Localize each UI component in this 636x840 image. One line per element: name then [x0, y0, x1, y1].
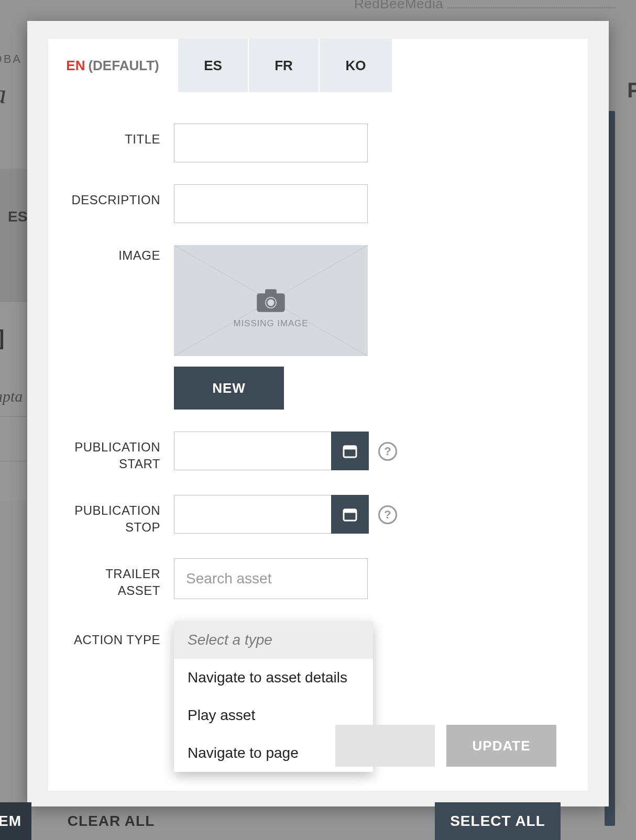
trailer-label: TRAILER ASSET: [69, 558, 174, 600]
action-type-label: ACTION TYPE: [69, 621, 174, 648]
tab-es[interactable]: ES: [178, 39, 249, 92]
language-tabs: EN(DEFAULT) ES FR KO: [48, 39, 588, 92]
missing-image-text: MISSING IMAGE: [234, 318, 309, 328]
pub-start-help-icon[interactable]: ?: [378, 442, 397, 461]
image-placeholder[interactable]: MISSING IMAGE: [174, 245, 368, 356]
pub-stop-help-icon[interactable]: ?: [378, 505, 397, 524]
update-button[interactable]: UPDATE: [446, 725, 556, 767]
dropdown-option-asset-details[interactable]: Navigate to asset details: [174, 659, 373, 697]
svg-rect-4: [265, 289, 277, 295]
description-input[interactable]: [174, 184, 368, 223]
title-input[interactable]: [174, 124, 368, 162]
cancel-button[interactable]: [335, 725, 435, 767]
bottom-toolbar: TEM CLEAR ALL SELECT ALL: [0, 806, 636, 840]
edit-modal: EN(DEFAULT) ES FR KO TITLE DESCRIPTION I…: [27, 21, 609, 806]
pub-start-label: PUBLICATION START: [69, 432, 174, 473]
dropdown-placeholder[interactable]: Select a type: [174, 621, 373, 659]
description-label: DESCRIPTION: [69, 184, 174, 208]
svg-rect-8: [344, 446, 356, 450]
calendar-icon: [342, 443, 358, 459]
title-label: TITLE: [69, 124, 174, 148]
svg-rect-10: [344, 509, 356, 513]
tab-fr[interactable]: FR: [249, 39, 320, 92]
select-all-button[interactable]: SELECT ALL: [435, 802, 561, 840]
image-label: IMAGE: [69, 245, 174, 264]
calendar-icon: [342, 506, 358, 523]
pub-stop-label: PUBLICATION STOP: [69, 495, 174, 536]
new-image-button[interactable]: NEW: [174, 367, 284, 410]
modal-footer: UPDATE: [335, 725, 556, 767]
tab-en[interactable]: EN(DEFAULT): [48, 39, 178, 92]
tab-ko[interactable]: KO: [320, 39, 393, 92]
pub-stop-calendar-button[interactable]: [331, 495, 369, 534]
bottom-tem-button[interactable]: TEM: [0, 802, 31, 840]
trailer-asset-input[interactable]: [174, 558, 368, 599]
clear-all-button[interactable]: CLEAR ALL: [48, 802, 174, 840]
pub-start-calendar-button[interactable]: [331, 432, 369, 470]
pub-start-input[interactable]: [174, 432, 331, 470]
pub-stop-input[interactable]: [174, 495, 331, 534]
